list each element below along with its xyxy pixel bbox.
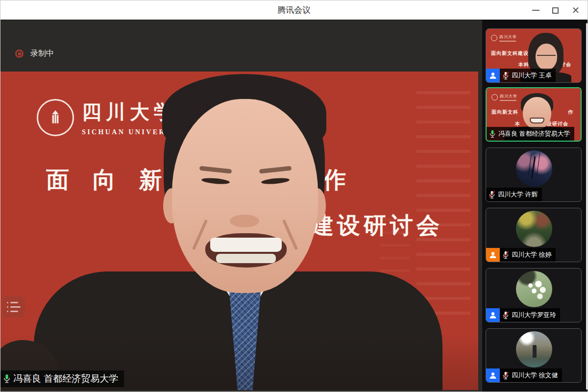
person-icon [489, 311, 497, 319]
participant-tile[interactable]: 四川大学 面向新文科建设的 本科教 讨会 [486, 28, 582, 83]
recording-indicator: 录制中 [15, 49, 54, 59]
participant-name: 冯喜良 首都经济贸易大学 [498, 129, 570, 138]
recording-label: 录制中 [30, 49, 54, 59]
participant-namebar: 四川大学 徐文健 [486, 368, 562, 382]
sidebar-scrollbar[interactable] [586, 23, 588, 390]
participant-name: 四川大学 徐婷 [512, 250, 552, 259]
mic-on-icon [489, 129, 496, 138]
participant-avatar-photo [516, 150, 552, 187]
record-dot-icon [15, 49, 24, 58]
mic-muted-icon [488, 190, 496, 199]
participant-namebar: 四川大学 王卓 [486, 69, 556, 82]
mic-muted-icon [502, 250, 510, 259]
speaker-nose [230, 215, 259, 227]
maximize-button[interactable] [544, 0, 566, 20]
participant-avatar-photo [516, 211, 552, 247]
list-icon [7, 306, 25, 308]
profile-avatar-chip [486, 308, 500, 322]
mini-banner-line1-right: 作 [568, 109, 573, 116]
mini-university-logo: 四川大学 [491, 34, 517, 42]
mini-seal-icon [491, 35, 497, 41]
layout-list-button[interactable] [2, 296, 25, 318]
profile-avatar-chip [486, 368, 500, 382]
participant-name: 四川大学罗亚玲 [512, 311, 556, 319]
participant-tile[interactable]: 四川大学 徐文健 [486, 328, 582, 383]
mic-muted-icon [502, 311, 510, 319]
participant-tile[interactable]: 四川大学 许辉 [486, 147, 582, 202]
participant-tile-active[interactable]: 四川大学 面向新文科 作 本 建设研讨会 [486, 87, 582, 142]
mic-on-icon [2, 374, 11, 384]
participant-avatar-photo [516, 271, 552, 307]
close-icon: ✕ [572, 5, 580, 15]
person-icon [489, 250, 497, 259]
participant-namebar: 四川大学 许辉 [486, 188, 542, 201]
stage-name-tag: 冯喜良 首都经济贸易大学 [0, 370, 124, 387]
mini-logo-underline [499, 41, 516, 42]
minimize-button[interactable] [525, 0, 546, 20]
mic-muted-icon [502, 71, 510, 80]
speaker-teeth [216, 254, 276, 263]
participant-name: 四川大学 徐文健 [512, 371, 558, 380]
person-icon [489, 371, 497, 380]
stage-speaker-name: 冯喜良 首都经济贸易大学 [13, 372, 118, 385]
window-title: 腾讯会议 [0, 0, 588, 20]
participant-namebar: 冯喜良 首都经济贸易大学 [487, 127, 574, 141]
mini-seal-icon [491, 94, 498, 100]
speaker-figure [0, 72, 478, 390]
participant-figure [530, 118, 544, 123]
profile-avatar-chip [486, 69, 500, 82]
participant-name: 四川大学 许辉 [498, 190, 538, 199]
participant-tile[interactable]: 四川大学 徐婷 [486, 208, 582, 262]
mini-logo-underline [500, 100, 516, 101]
participant-figure [536, 44, 557, 70]
participant-tile[interactable]: 四川大学罗亚玲 [486, 268, 582, 322]
close-button[interactable]: ✕ [565, 0, 587, 20]
participants-sidebar: 四川大学 面向新文科建设的 本科教 讨会 [482, 20, 588, 392]
speaker-teeth [210, 238, 282, 252]
person-icon [489, 71, 497, 80]
participant-namebar: 四川大学罗亚玲 [486, 308, 560, 322]
main-video-tile[interactable]: 四川大学 SICHUAN UNIVERSITY 面向新文科建 作 本 建设研讨会 [0, 72, 478, 390]
minimize-icon [532, 10, 539, 11]
participant-avatar-photo [516, 331, 552, 368]
participant-name: 四川大学 王卓 [512, 71, 552, 80]
participant-namebar: 四川大学 徐婷 [486, 248, 556, 262]
profile-avatar-chip [486, 248, 500, 262]
mini-university-logo: 四川大学 [491, 94, 517, 101]
meeting-window: 腾讯会议 ✕ 录制中 四川大学 SICHUAN UNIVERSITY [0, 0, 588, 392]
mini-banner-line1: 面向新文科 [491, 109, 518, 116]
titlebar: 腾讯会议 ✕ [0, 0, 588, 20]
mini-logo-text: 四川大学 [499, 34, 517, 40]
list-icon [7, 302, 25, 303]
mini-logo-text: 四川大学 [500, 94, 517, 99]
mini-banner-line1: 面向新文科建设的 [491, 50, 534, 57]
participant-figure [537, 55, 556, 57]
participant-figure [523, 97, 551, 129]
mic-muted-icon [502, 371, 510, 380]
list-icon [7, 311, 25, 312]
mini-banner-line2-left: 本 [515, 121, 520, 127]
maximize-icon [552, 7, 559, 14]
